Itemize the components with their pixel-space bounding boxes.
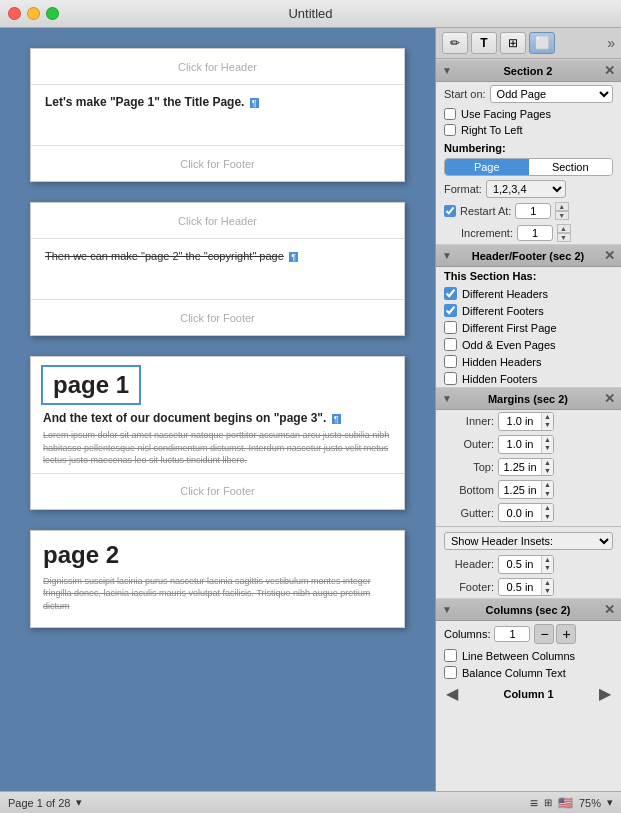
close-button[interactable] [8, 7, 21, 20]
inner-margin-row: Inner: ▲ ▼ [436, 410, 621, 433]
copyright-footer[interactable]: Click for Footer [31, 299, 404, 335]
use-facing-pages-label: Use Facing Pages [461, 108, 551, 120]
increment-down-btn[interactable]: ▼ [557, 233, 571, 242]
bottom-spinners: ▲ ▼ [541, 481, 553, 498]
increment-up-btn[interactable]: ▲ [557, 224, 571, 233]
gutter-input[interactable] [499, 506, 541, 520]
columns-section-header: ▼ Columns (sec 2) ✕ [436, 598, 621, 621]
header-margin-label: Header: [444, 558, 494, 570]
page1-lorem: Lorem ipsum dolor sit amet nascetur nato… [31, 427, 404, 473]
page-toggle-btn[interactable]: Page [445, 159, 529, 175]
header-down-btn[interactable]: ▼ [542, 564, 553, 572]
numbering-label: Numbering: [436, 138, 621, 156]
columns-increment-btn[interactable]: + [556, 624, 576, 644]
format-row: Format: 1,2,3,4 A,B,C i,ii,iii [436, 178, 621, 200]
copyright-text: Then we can make "page 2" the "copyright… [45, 250, 284, 262]
cover-footer[interactable]: Click for Footer [31, 145, 404, 181]
header-input[interactable] [499, 557, 541, 571]
hidden-footers-checkbox[interactable] [444, 372, 457, 385]
footer-down-btn[interactable]: ▼ [542, 587, 553, 595]
hidden-headers-checkbox[interactable] [444, 355, 457, 368]
diff-first-page-checkbox[interactable] [444, 321, 457, 334]
bottom-input[interactable] [499, 483, 541, 497]
main-area: Click for Header Let's make "Page 1" the… [0, 28, 621, 791]
restart-at-input[interactable] [515, 203, 551, 219]
hidden-footers-label: Hidden Footers [462, 373, 537, 385]
outer-down-btn[interactable]: ▼ [542, 444, 553, 452]
click-for-header-label-2: Click for Header [178, 215, 257, 227]
minimize-button[interactable] [27, 7, 40, 20]
top-input[interactable] [499, 460, 541, 474]
right-to-left-label: Right To Left [461, 124, 523, 136]
hf-close-btn[interactable]: ✕ [604, 248, 615, 263]
page1-footer[interactable]: Click for Footer [31, 473, 404, 509]
restart-down-btn[interactable]: ▼ [555, 211, 569, 220]
zoom-dropdown[interactable]: ▾ [607, 796, 613, 809]
line-between-cols-checkbox[interactable] [444, 649, 457, 662]
outer-up-btn[interactable]: ▲ [542, 436, 553, 444]
footer-input[interactable] [499, 580, 541, 594]
cover-page: Click for Header Let's make "Page 1" the… [30, 48, 405, 182]
layout-tool-btn[interactable]: ⬜ [529, 32, 555, 54]
balance-cols-checkbox[interactable] [444, 666, 457, 679]
start-on-row: Start on: Odd Page Even Page Next Page [436, 82, 621, 106]
footer-margin-row: Footer: ▲ ▼ [436, 576, 621, 599]
increment-input[interactable] [517, 225, 553, 241]
start-on-select[interactable]: Odd Page Even Page Next Page [490, 85, 613, 103]
table-tool-btn[interactable]: ⊞ [500, 32, 526, 54]
bottom-down-btn[interactable]: ▼ [542, 490, 553, 498]
column-prev-btn[interactable]: ◀ [442, 684, 462, 703]
format-text-btn[interactable]: ✏ [442, 32, 468, 54]
inner-input[interactable] [499, 414, 541, 428]
margins-section-header: ▼ Margins (sec 2) ✕ [436, 387, 621, 410]
section2-title: Section 2 [452, 65, 604, 77]
maximize-button[interactable] [46, 7, 59, 20]
top-down-btn[interactable]: ▼ [542, 467, 553, 475]
diff-footers-checkbox[interactable] [444, 304, 457, 317]
columns-count-btns: − + [534, 624, 576, 644]
bottom-up-btn[interactable]: ▲ [542, 481, 553, 489]
footer-up-btn[interactable]: ▲ [542, 579, 553, 587]
copyright-header[interactable]: Click for Header [31, 203, 404, 239]
show-header-select[interactable]: Show Header Insets: [444, 532, 613, 550]
margins-close-btn[interactable]: ✕ [604, 391, 615, 406]
diff-headers-checkbox[interactable] [444, 287, 457, 300]
window-controls [8, 7, 59, 20]
format-select[interactable]: 1,2,3,4 A,B,C i,ii,iii [486, 180, 566, 198]
header-up-btn[interactable]: ▲ [542, 556, 553, 564]
header-spinners: ▲ ▼ [541, 556, 553, 573]
text-tool-btn[interactable]: T [471, 32, 497, 54]
column-next-btn[interactable]: ▶ [595, 684, 615, 703]
columns-decrement-btn[interactable]: − [534, 624, 554, 644]
inner-down-btn[interactable]: ▼ [542, 421, 553, 429]
format-label: Format: [444, 183, 482, 195]
inner-input-wrap: ▲ ▼ [498, 412, 554, 431]
section-toggle-btn[interactable]: Section [529, 159, 613, 175]
outer-input[interactable] [499, 437, 541, 451]
diff-footers-label: Different Footers [462, 305, 544, 317]
cover-header[interactable]: Click for Header [31, 49, 404, 85]
gutter-up-btn[interactable]: ▲ [542, 504, 553, 512]
hidden-headers-label: Hidden Headers [462, 356, 542, 368]
restart-up-btn[interactable]: ▲ [555, 202, 569, 211]
click-for-footer-label-3: Click for Footer [180, 485, 255, 497]
gutter-label: Gutter: [444, 507, 494, 519]
top-label: Top: [444, 461, 494, 473]
top-up-btn[interactable]: ▲ [542, 459, 553, 467]
line-between-cols-row: Line Between Columns [436, 647, 621, 664]
section2-close-btn[interactable]: ✕ [604, 63, 615, 78]
inner-up-btn[interactable]: ▲ [542, 413, 553, 421]
columns-count-input[interactable] [494, 626, 530, 642]
section2-header: ▼ Section 2 ✕ [436, 59, 621, 82]
gutter-down-btn[interactable]: ▼ [542, 513, 553, 521]
right-to-left-checkbox[interactable] [444, 124, 456, 136]
odd-even-checkbox[interactable] [444, 338, 457, 351]
copyright-page: Click for Header Then we can make "page … [30, 202, 405, 336]
balance-cols-row: Balance Column Text [436, 664, 621, 681]
page-marker-3: ¶ [332, 414, 341, 424]
use-facing-pages-checkbox[interactable] [444, 108, 456, 120]
restart-at-checkbox[interactable] [444, 205, 456, 217]
page-dropdown[interactable]: ▾ [76, 796, 82, 809]
expand-panel-btn[interactable]: » [607, 35, 615, 51]
columns-close-btn[interactable]: ✕ [604, 602, 615, 617]
